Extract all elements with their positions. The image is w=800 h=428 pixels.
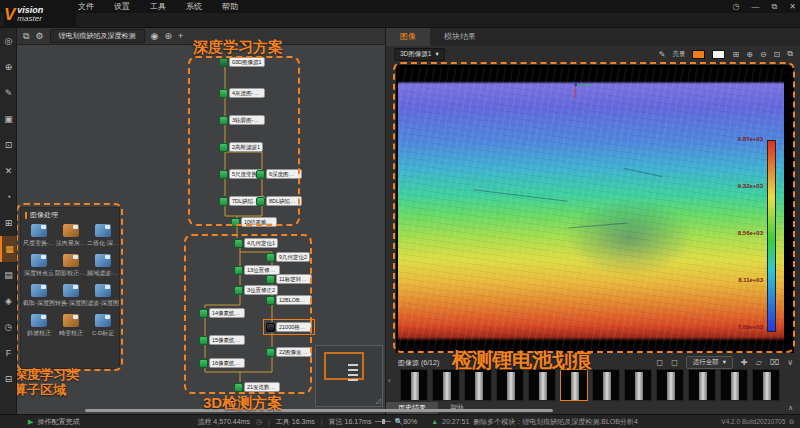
operator-item[interactable]: 法向量灰… [55,224,87,248]
collapse-strip-icon[interactable]: ∨ [787,358,793,367]
calc-tool-icon[interactable]: ⊞ [0,210,17,236]
result-tab-历史结果[interactable]: 历史结果 [386,402,438,414]
timing-tool-icon[interactable]: ◷ [0,314,17,340]
flow-node-轮廓图-深[interactable]: 3轮廓图-深… [219,115,265,125]
flow-node-图像发送1[interactable]: 22图像发送1 [266,347,312,357]
image-thumbnail-4[interactable] [496,369,524,401]
flow-node-灰度图-深[interactable]: 4灰度图-深… [219,88,265,98]
operator-item[interactable]: 畸变校正 [55,314,87,338]
flow-node-发送数据1[interactable]: 21发送数据1 [234,382,280,392]
flow-node-结果输出1[interactable]: 10结果输出1 [231,217,277,227]
image-thumbnail-2[interactable] [432,369,460,401]
operator-item[interactable]: 斜坡校正 [23,314,55,338]
menu-系统[interactable]: 系统 [186,1,202,12]
menu-帮助[interactable]: 帮助 [222,1,238,12]
run-all-flow-icon[interactable]: ⊛ [164,31,172,41]
flow-settings-icon[interactable]: ⚙ [35,31,43,41]
color-tool-icon[interactable]: ▣ [0,106,17,132]
image-thumbnail-6[interactable] [560,369,588,401]
flow-list-icon[interactable]: ⧉ [23,31,29,42]
flow-node-几何定位1[interactable]: 4几何定位1 [234,238,278,248]
measure-tool-icon[interactable]: ✕ [0,158,17,184]
flow-node-3D图像源1[interactable]: 03D图像源1 [219,57,265,67]
pin-icon[interactable]: ◷ [733,2,740,11]
operator-item[interactable]: C-D标定 [87,314,119,338]
logic-tool-icon[interactable]: F [0,340,17,366]
menu-文件[interactable]: 文件 [78,1,94,12]
flow-tab[interactable]: 锂电划痕缺陷及深度检测 [50,29,145,43]
minimize-icon[interactable]: — [752,2,760,11]
flow-node-BLOB分析2[interactable]: 12BLOB分析2 [266,295,312,305]
one-to-one-icon[interactable]: ⊡ [774,50,781,59]
image-thumbnail-12[interactable] [752,369,780,401]
edit-icon[interactable]: ✎ [659,50,666,59]
image-viewport[interactable]: 9.87e+039.32e+038.56e+038.11e+037.69e+03 [396,65,794,353]
operator-item[interactable]: 滤波-深度图 [87,284,119,308]
image-thumbnail-10[interactable] [688,369,716,401]
horizontal-scrollbar[interactable] [85,409,553,412]
camera-tool-icon[interactable]: ◎ [0,28,17,54]
restore-icon[interactable]: ⧉ [772,2,778,12]
history-log-row[interactable]: ▲ 20:27:51 删除多个模块：锂电划痕缺陷及深度检测.BLOB分析4 V4… [431,417,800,427]
image-thumbnail-8[interactable] [624,369,652,401]
flow-node-几何定位2[interactable]: 9几何定位2 [266,252,310,262]
result-tab-帮助[interactable]: 帮助 [438,402,476,414]
operator-item[interactable]: 频域滤波-… [87,254,119,278]
flow-node-标定转换1[interactable]: 11标定转换1 [266,274,312,284]
flow-node-高斯滤波1[interactable]: 2高斯滤波1 [219,142,263,152]
menu-工具[interactable]: 工具 [150,1,166,12]
flow-node-深度图转换1[interactable]: 6深度图转换1 [256,169,302,179]
flow-node-像素统计3[interactable]: 16像素统计3 [199,358,245,368]
zoom-out-icon[interactable]: ⊖ [760,50,767,59]
scroll-left-icon[interactable]: ‹ [388,376,391,385]
add-image-icon[interactable]: ✚ [741,358,748,367]
image-thumbnail-1[interactable] [400,369,428,401]
flow-node-DL缺陷检[interactable]: 8DL缺陷检… [256,196,302,206]
expand-results-icon[interactable]: ∧ [788,404,800,412]
viewer-tab-图像[interactable]: 图像 [386,28,430,46]
open-folder-icon[interactable]: ▱ [756,358,762,367]
circle-tool-icon[interactable]: ◔ [0,184,17,210]
flow-node-位置修正2[interactable]: 3位置修正2 [234,285,278,295]
minimap-resize-icon[interactable]: ◿ [376,397,381,405]
fullscreen-icon[interactable]: ⧉ [787,49,793,59]
zoom-in-icon[interactable]: ⊕ [746,50,753,59]
viewer-tab-模块结果[interactable]: 模块结果 [430,28,490,46]
flow-node-像素统计2[interactable]: 15像素统计2 [199,335,245,345]
delete-image-icon[interactable]: ⌧ [770,358,779,367]
color-swatch-orange[interactable] [692,50,705,59]
image-thumbnail-5[interactable] [528,369,556,401]
fit-view-icon[interactable]: ⊞ [732,50,739,59]
image-thumbnail-7[interactable] [592,369,620,401]
locate-tool-icon[interactable]: ⊕ [0,54,17,80]
output-tool-icon[interactable]: ⊟ [0,366,17,392]
operator-item[interactable]: 二值化-深… [87,224,119,248]
image-thumbnail-9[interactable] [656,369,684,401]
color-swatch-white[interactable] [712,50,725,59]
flow-node-格式化1[interactable]: 21000格式化1 [266,322,312,332]
operator-item[interactable]: 转换-深度图 [55,284,87,308]
zoom-slider[interactable] [375,421,391,422]
run-flow-icon[interactable]: ◉ [151,31,159,41]
image-thumbnail-3[interactable] [464,369,492,401]
add-flow-icon[interactable]: + [178,31,183,41]
thumb-large-icon[interactable]: ◻ [671,358,678,367]
operator-item[interactable]: 深度转点云 [23,254,55,278]
frame-tool-icon[interactable]: ⊡ [0,132,17,158]
flow-minimap[interactable]: ◿ [315,345,383,407]
menu-设置[interactable]: 设置 [114,1,130,12]
thumb-small-icon[interactable]: ◻ [657,358,664,367]
3d-tool-icon[interactable]: ◈ [0,288,17,314]
flow-node-像素统计1[interactable]: 14像素统计1 [199,308,245,318]
source-dropdown[interactable]: 3D图像源1 ▾ [394,48,445,61]
deep-learning-tool-icon[interactable]: ▦ [0,236,17,262]
operator-item[interactable]: 截取-深度图 [23,284,55,308]
chart-tool-icon[interactable]: ▤ [0,262,17,288]
image-edit-tool-icon[interactable]: ✎ [0,80,17,106]
image-thumbnail-11[interactable] [720,369,748,401]
operator-item[interactable]: 阴影校正-… [55,254,87,278]
minimap-viewport[interactable] [324,352,364,380]
close-icon[interactable]: ✕ [789,2,796,11]
operator-item[interactable]: 尺度变换-… [23,224,55,248]
run-all-button[interactable]: 运行全部 ▾ [686,356,733,369]
